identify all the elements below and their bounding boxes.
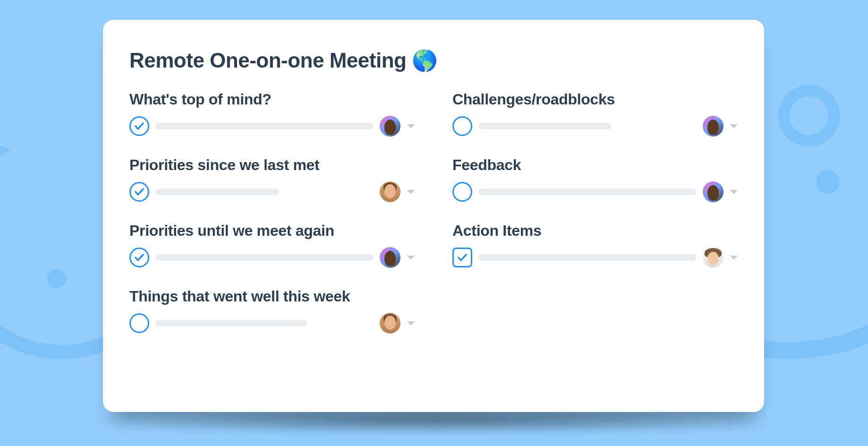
task-text-placeholder[interactable] [479, 123, 611, 129]
chevron-down-icon[interactable] [730, 256, 738, 260]
section-title: Challenges/roadblocks [452, 91, 738, 108]
assignee-avatar[interactable] [703, 181, 723, 202]
left-column: What's top of mind?Priorities since we l… [129, 91, 415, 353]
task-text-placeholder[interactable] [156, 254, 373, 261]
section-block: Things that went well this week [129, 288, 415, 334]
task-row [452, 181, 738, 202]
section-block: Priorities since we last met [129, 156, 415, 202]
section-title: Feedback [452, 156, 738, 174]
checkbox-circle[interactable] [129, 313, 149, 333]
task-row [129, 116, 415, 137]
task-text-placeholder[interactable] [156, 123, 373, 129]
task-text-placeholder[interactable] [479, 189, 696, 195]
chevron-down-icon[interactable] [730, 190, 738, 194]
meeting-template-card: Remote One-on-one Meeting 🌎 What's top o… [103, 20, 764, 412]
task-row [129, 247, 415, 268]
task-row [129, 313, 415, 334]
assignee-avatar[interactable] [380, 247, 400, 268]
chevron-down-icon[interactable] [407, 321, 415, 326]
bg-decor-dot2 [816, 170, 840, 194]
checkbox-square[interactable] [452, 248, 472, 267]
checkbox-circle[interactable] [452, 182, 472, 202]
task-row [452, 247, 738, 268]
section-block: Action Items [452, 222, 738, 268]
assignee-avatar[interactable] [380, 181, 400, 202]
checkbox-circle[interactable] [129, 116, 149, 136]
task-text-placeholder[interactable] [156, 320, 307, 326]
task-text-placeholder[interactable] [156, 189, 279, 195]
right-column: Challenges/roadblocksFeedbackAction Item… [452, 91, 738, 353]
task-row [129, 181, 415, 202]
section-block: Priorities until we meet again [129, 222, 415, 268]
section-title: Action Items [452, 222, 738, 240]
checkbox-circle[interactable] [452, 116, 472, 136]
sections-grid: What's top of mind?Priorities since we l… [129, 91, 738, 353]
task-text-placeholder[interactable] [479, 254, 696, 261]
page-title: Remote One-on-one Meeting 🌎 [129, 48, 738, 73]
checkbox-circle[interactable] [129, 248, 149, 267]
assignee-avatar[interactable] [703, 116, 723, 137]
chevron-down-icon[interactable] [407, 124, 415, 129]
assignee-avatar[interactable] [380, 313, 400, 334]
assignee-avatar[interactable] [703, 247, 723, 268]
task-row [452, 116, 738, 137]
section-title: What's top of mind? [129, 91, 415, 108]
checkbox-circle[interactable] [129, 182, 149, 202]
section-title: Things that went well this week [129, 288, 415, 305]
chevron-down-icon[interactable] [407, 256, 415, 260]
section-title: Priorities until we meet again [129, 222, 415, 240]
bg-decor-dot [47, 269, 66, 288]
section-block: Challenges/roadblocks [452, 91, 738, 137]
section-block: What's top of mind? [129, 91, 415, 137]
chevron-down-icon[interactable] [407, 190, 415, 194]
section-title: Priorities since we last met [129, 156, 415, 174]
bg-decor-ring [778, 85, 840, 146]
section-block: Feedback [452, 156, 738, 202]
chevron-down-icon[interactable] [730, 124, 738, 129]
assignee-avatar[interactable] [380, 116, 400, 137]
